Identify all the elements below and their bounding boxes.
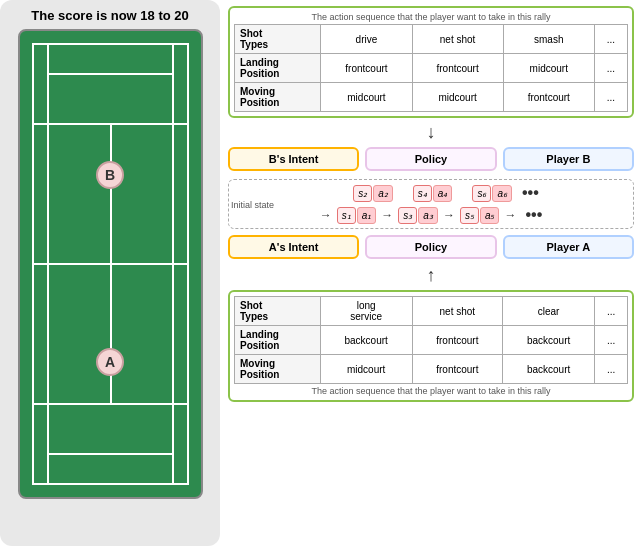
court-center-v-top	[110, 123, 112, 264]
b-intent-box: B's Intent	[228, 147, 359, 171]
shot-types-header: ShotTypes	[235, 25, 321, 54]
moving-pos-header: MovingPosition	[235, 83, 321, 112]
cell: longservice	[320, 297, 412, 326]
table-row: ShotTypes drive net shot smash ...	[235, 25, 628, 54]
court-doubles-left	[47, 43, 49, 485]
bottom-action-table-container: ShotTypes longservice net shot clear ...…	[228, 290, 634, 402]
court-doubles-right	[172, 43, 174, 485]
player-b-badge: B	[96, 161, 124, 189]
bottom-action-table: ShotTypes longservice net shot clear ...…	[234, 296, 628, 384]
a-intent-row: A's Intent Policy Player A	[228, 235, 634, 259]
player-a-badge: A	[96, 348, 124, 376]
cell: midcourt	[320, 355, 412, 384]
s1-node: s₁	[337, 207, 356, 224]
s2-node: s₂	[353, 185, 372, 202]
top-action-table: ShotTypes drive net shot smash ... Landi…	[234, 24, 628, 112]
court-center-v-bottom	[110, 264, 112, 405]
court-doubles-top	[47, 73, 174, 75]
arrow-3: →	[504, 208, 516, 222]
table-row: MovingPosition midcourt midcourt frontco…	[235, 83, 628, 112]
score-text: The score is now 18 to 20	[31, 8, 189, 23]
cell: frontcourt	[412, 355, 502, 384]
cell: clear	[503, 297, 595, 326]
table-row: LandingPosition frontcourt frontcourt mi…	[235, 54, 628, 83]
policy-box-top: Policy	[365, 147, 496, 171]
player-b-box: Player B	[503, 147, 634, 171]
a1-node: a₁	[357, 207, 377, 224]
policy-box-bottom: Policy	[365, 235, 496, 259]
b-intent-row: B's Intent Policy Player B	[228, 147, 634, 171]
top-action-table-container: The action sequence that the player want…	[228, 6, 634, 118]
cell: frontcourt	[412, 54, 503, 83]
a-intent-box: A's Intent	[228, 235, 359, 259]
cell: backcourt	[320, 326, 412, 355]
up-arrow-1: ↑	[228, 265, 634, 286]
cell: ...	[595, 326, 628, 355]
down-arrow-1: ↓	[228, 122, 634, 143]
cell: midcourt	[412, 83, 503, 112]
arrow-2: →	[443, 208, 455, 222]
right-panel: The action sequence that the player want…	[220, 0, 640, 546]
cell: backcourt	[503, 355, 595, 384]
cell: ...	[594, 54, 627, 83]
dots-top: •••	[522, 184, 539, 202]
cell: midcourt	[503, 54, 594, 83]
cell: frontcourt	[321, 54, 412, 83]
table-row: MovingPosition midcourt frontcourt backc…	[235, 355, 628, 384]
moving-pos-header-b: MovingPosition	[235, 355, 321, 384]
dots-bottom: •••	[525, 206, 542, 224]
top-table-caption: The action sequence that the player want…	[234, 12, 628, 22]
s4-node: s₄	[413, 185, 432, 202]
a4-node: a₄	[433, 185, 453, 202]
cell: ...	[595, 355, 628, 384]
player-a-label: A	[105, 354, 115, 370]
cell: frontcourt	[503, 83, 594, 112]
left-panel: The score is now 18 to 20 B A	[0, 0, 220, 546]
node-pair-s5a5: s₅ a₅	[460, 207, 500, 224]
s3-node: s₃	[398, 207, 417, 224]
cell: midcourt	[321, 83, 412, 112]
cell: frontcourt	[412, 326, 502, 355]
table-row: LandingPosition backcourt frontcourt bac…	[235, 326, 628, 355]
node-pair-s4a4: s₄ a₄	[413, 185, 453, 202]
court: B A	[18, 29, 203, 499]
bottom-state-row: → s₁ a₁ → s₃ a₃ → s₅ a₅ → •••	[233, 206, 629, 224]
landing-pos-header-b: LandingPosition	[235, 326, 321, 355]
player-b-label: B	[105, 167, 115, 183]
table-row: ShotTypes longservice net shot clear ...	[235, 297, 628, 326]
a5-node: a₅	[480, 207, 500, 224]
arrow-init: →	[320, 208, 332, 222]
cell: ...	[594, 25, 627, 54]
node-pair-s3a3: s₃ a₃	[398, 207, 438, 224]
top-state-row: s₂ a₂ s₄ a₄ s₆ a₆ •••	[233, 184, 629, 202]
cell: backcourt	[503, 326, 595, 355]
s6-node: s₆	[472, 185, 491, 202]
shot-types-header-b: ShotTypes	[235, 297, 321, 326]
cell: ...	[594, 83, 627, 112]
cell: smash	[503, 25, 594, 54]
player-a-box: Player A	[503, 235, 634, 259]
node-pair-s1a1: s₁ a₁	[337, 207, 377, 224]
initial-state-label: Initial state	[231, 200, 274, 210]
a3-node: a₃	[418, 207, 438, 224]
a2-node: a₂	[373, 185, 393, 202]
cell: drive	[321, 25, 412, 54]
court-doubles-bottom	[47, 453, 174, 455]
a6-node: a₆	[492, 185, 512, 202]
s5-node: s₅	[460, 207, 479, 224]
node-pair-s6a6: s₆ a₆	[472, 185, 512, 202]
arrow-1: →	[381, 208, 393, 222]
state-diagram: Initial state s₂ a₂ s₄ a₄ s₆ a₆ ••• → s₁	[228, 179, 634, 229]
cell: net shot	[412, 297, 502, 326]
cell: ...	[595, 297, 628, 326]
landing-pos-header: LandingPosition	[235, 54, 321, 83]
bottom-table-caption: The action sequence that the player want…	[234, 386, 628, 396]
node-pair-s2a2: s₂ a₂	[353, 185, 393, 202]
cell: net shot	[412, 25, 503, 54]
